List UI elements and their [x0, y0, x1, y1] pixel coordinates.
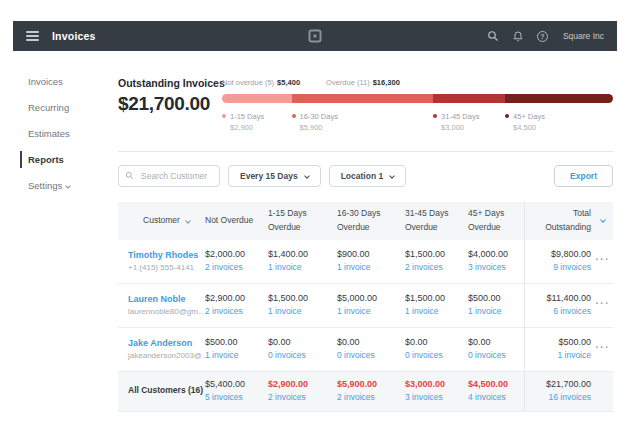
sidebar-item-recurring[interactable]: Recurring — [20, 99, 118, 116]
cell-amount: $2,900.00 — [205, 292, 268, 304]
cell-amount: $1,500.00 — [405, 248, 468, 260]
total-invoices-link[interactable]: 16 invoices — [548, 392, 591, 403]
cell-invoices-link[interactable]: 4 invoices — [468, 392, 524, 403]
aging-bar-segment-31-45 — [433, 94, 505, 103]
total-outstanding-cell: $21,700.00 16 invoices — [524, 372, 613, 411]
notifications-bell-icon[interactable] — [512, 30, 524, 42]
sidebar-item-settings[interactable]: Settings — [20, 177, 118, 194]
customer-name-link[interactable]: Jake Anderson — [128, 337, 205, 349]
legend-dot-icon — [292, 114, 296, 118]
cell-invoices-link[interactable]: 2 invoices — [205, 262, 268, 273]
cell-invoices-link[interactable]: 1 invoice — [205, 350, 268, 361]
cell-invoices-link[interactable]: 1 invoice — [337, 306, 405, 317]
location-dropdown[interactable]: Location 1 — [329, 165, 407, 187]
overdue-legend: Overdue (11)$16,300 — [326, 78, 400, 87]
cell-invoices-link[interactable]: 2 invoices — [268, 392, 337, 403]
column-header-45plus: 45+ DaysOverdue — [468, 202, 524, 240]
cell-invoices-link[interactable]: 0 invoices — [468, 350, 524, 361]
sidebar-item-invoices[interactable]: Invoices — [20, 73, 118, 90]
sidebar: Invoices Recurring Estimates Reports Set… — [13, 51, 118, 412]
total-amount: $21,700.00 — [546, 378, 591, 390]
column-header-customer[interactable]: Customer — [118, 202, 205, 240]
aging-bar-segment-45plus — [505, 94, 613, 103]
total-invoices-link[interactable]: 6 invoices — [553, 306, 591, 317]
chevron-down-icon — [65, 183, 71, 189]
table-header-row: Customer Not Overdue 1-15 DaysOverdue 16… — [118, 202, 613, 240]
row-menu-button[interactable]: ··· — [596, 297, 611, 311]
cell-amount: $3,000.00 — [405, 378, 468, 390]
column-header-1-15: 1-15 DaysOverdue — [268, 202, 337, 240]
column-header-16-30: 16-30 DaysOverdue — [337, 202, 405, 240]
period-dropdown[interactable]: Every 15 Days — [228, 165, 321, 187]
cell-invoices-link[interactable]: 0 invoices — [405, 350, 468, 361]
cell-invoices-link[interactable]: 2 invoices — [205, 306, 268, 317]
total-outstanding-cell: $9,800.00 9 invoices ··· — [524, 240, 613, 283]
chevron-down-icon — [304, 173, 310, 179]
cell-amount: $1,500.00 — [268, 292, 337, 304]
customer-contact: +1 (415) 555-4141 — [128, 263, 205, 274]
total-invoices-link[interactable]: 9 invoices — [553, 262, 591, 273]
aging-bar-segment-16-30 — [292, 94, 434, 103]
cell-invoices-link[interactable]: 3 invoices — [468, 262, 524, 273]
cell-amount: $500.00 — [468, 292, 524, 304]
table-row[interactable]: Timothy Rhodes +1 (415) 555-4141 $2,000.… — [118, 240, 613, 284]
table-row[interactable]: Lauren Noble laurennoble80@gm... $2,900.… — [118, 284, 613, 328]
cell-invoices-link[interactable]: 2 invoices — [405, 262, 468, 273]
aging-label-45plus: 45+ Days$4,500 — [505, 111, 613, 134]
total-outstanding-cell: $500.00 1 invoice ··· — [524, 328, 613, 371]
customer-contact: jakeanderson2003@... — [128, 351, 205, 362]
cell-amount: $500.00 — [205, 336, 268, 348]
cell-invoices-link[interactable]: 1 invoice — [268, 262, 337, 273]
cell-invoices-link[interactable]: 5 invoices — [205, 392, 268, 403]
sidebar-item-estimates[interactable]: Estimates — [20, 125, 118, 142]
total-amount: $9,800.00 — [551, 248, 591, 260]
cell-invoices-link[interactable]: 1 invoice — [268, 306, 337, 317]
aging-label-1-15: 1-15 Days$2,900 — [222, 111, 292, 134]
column-header-not-overdue: Not Overdue — [205, 202, 268, 240]
total-invoices-link[interactable]: 1 invoice — [557, 350, 591, 361]
cell-amount: $0.00 — [405, 336, 468, 348]
column-header-total-outstanding[interactable]: TotalOutstanding — [524, 202, 613, 240]
main-content: Outstanding Invoices $21,700.00 Not over… — [118, 51, 613, 412]
aging-bar — [222, 94, 613, 103]
sidebar-item-reports[interactable]: Reports — [20, 151, 118, 168]
cell-invoices-link[interactable]: 1 invoice — [468, 306, 524, 317]
row-menu-button[interactable]: ··· — [596, 253, 611, 267]
account-name[interactable]: Square Inc — [563, 31, 604, 41]
export-button[interactable]: Export — [554, 165, 613, 187]
app-window: Invoices ? Square Inc Invoices Recurring… — [13, 21, 617, 412]
cell-invoices-link[interactable]: 0 invoices — [268, 350, 337, 361]
column-header-31-45: 31-45 DaysOverdue — [405, 202, 468, 240]
aging-labels: 1-15 Days$2,900 16-30 Days$5,900 31-45 D… — [222, 111, 613, 134]
app-title: Invoices — [52, 30, 96, 42]
customer-name-link[interactable]: Timothy Rhodes — [128, 249, 205, 261]
chevron-down-icon — [185, 218, 191, 224]
cell-invoices-link[interactable]: 1 invoice — [405, 306, 468, 317]
help-icon[interactable]: ? — [537, 31, 548, 42]
cell-amount: $1,400.00 — [268, 248, 337, 260]
hamburger-menu-icon[interactable] — [26, 31, 39, 41]
row-menu-button[interactable]: ··· — [596, 341, 611, 355]
cell-amount: $4,000.00 — [468, 248, 524, 260]
total-outstanding-cell: $11,400.00 6 invoices ··· — [524, 284, 613, 327]
cell-invoices-link[interactable]: 0 invoices — [337, 350, 405, 361]
customer-name-link[interactable]: Lauren Noble — [128, 293, 205, 305]
table-row[interactable]: Jake Anderson jakeanderson2003@... $500.… — [118, 328, 613, 372]
cell-amount: $0.00 — [468, 336, 524, 348]
customers-table: Customer Not Overdue 1-15 DaysOverdue 16… — [118, 202, 613, 412]
cell-amount: $0.00 — [268, 336, 337, 348]
summary-total-amount: $21,700.00 — [118, 93, 222, 115]
filter-bar: Every 15 Days Location 1 Export — [118, 152, 613, 187]
legend-dot-icon — [222, 114, 226, 118]
cell-invoices-link[interactable]: 3 invoices — [405, 392, 468, 403]
search-icon — [125, 171, 134, 180]
aging-legend: Not overdue (5)$5,400 Overdue (11)$16,30… — [222, 78, 613, 87]
outstanding-summary: Outstanding Invoices $21,700.00 Not over… — [118, 51, 613, 134]
cell-amount: $5,900.00 — [337, 378, 405, 390]
table-footer-row: All Customers (16) $5,400.005 invoices$2… — [118, 372, 613, 412]
search-icon[interactable] — [487, 30, 499, 42]
cell-invoices-link[interactable]: 2 invoices — [337, 392, 405, 403]
total-amount: $11,400.00 — [547, 292, 591, 304]
cell-invoices-link[interactable]: 1 invoice — [337, 262, 405, 273]
legend-dot-icon — [505, 114, 509, 118]
